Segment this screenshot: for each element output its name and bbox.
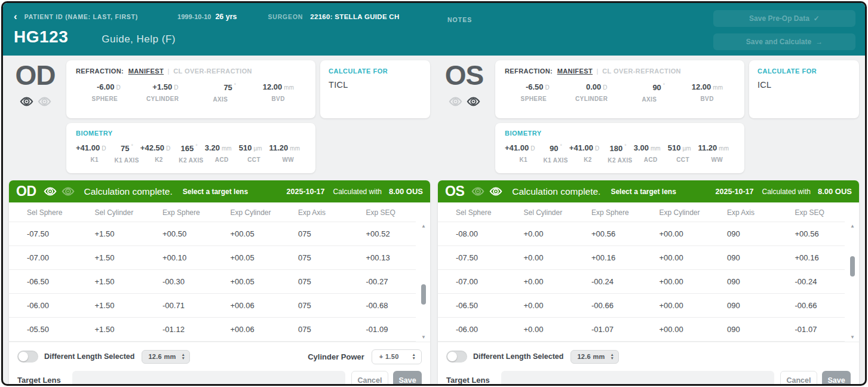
save-button[interactable]: Save bbox=[822, 371, 851, 386]
od-footer-controls: Different Length Selected 12.6 mm ▲ ▼ Cy… bbox=[9, 342, 430, 386]
od-result-eye-inactive-icon[interactable] bbox=[62, 187, 75, 196]
od-result-eye-active-icon[interactable] bbox=[44, 187, 57, 196]
target-lens-input[interactable] bbox=[72, 371, 345, 386]
col-exp-axis: Exp Axis bbox=[280, 202, 348, 222]
table-cell: -06.50 bbox=[438, 294, 506, 318]
os-eye-inactive-icon[interactable] bbox=[449, 97, 462, 106]
table-cell: 090 bbox=[709, 318, 777, 342]
col-exp-seq: Exp SEQ bbox=[777, 202, 845, 222]
save-and-calculate-button[interactable]: Save and Calculate → bbox=[713, 33, 855, 50]
table-cell: +00.00 bbox=[642, 318, 710, 342]
surgeon-value: 22160: STELLA GUIDE CH bbox=[310, 13, 399, 20]
table-cell: -07.00 bbox=[9, 246, 77, 270]
save-button[interactable]: Save bbox=[393, 371, 422, 386]
birth-date: 1999-10-10 bbox=[177, 13, 211, 20]
table-cell: +1.50 bbox=[77, 222, 145, 246]
table-row[interactable]: -06.00+0.00-01.07+00.00090-01.07 bbox=[438, 318, 845, 342]
table-cell: +00.50 bbox=[145, 222, 213, 246]
table-cell: +1.50 bbox=[77, 294, 145, 318]
table-cell: -07.50 bbox=[9, 222, 77, 246]
header-patient-block: ‹ PATIENT ID (NAME: LAST, FIRST) 1999-10… bbox=[14, 9, 426, 51]
table-cell: -00.66 bbox=[777, 294, 845, 318]
table-row[interactable]: -07.00+1.50+00.10+00.05075+00.13 bbox=[9, 246, 416, 270]
od-badge: OD bbox=[9, 60, 62, 173]
table-row[interactable]: -06.00+1.50-00.71+00.06075-00.68 bbox=[9, 294, 416, 318]
table-cell: +00.00 bbox=[642, 294, 710, 318]
main-content: OD REFRACTION: MANIFEST | CL OVER-REFRAC… bbox=[3, 56, 865, 386]
metric-acd: 3.20mmACD bbox=[205, 143, 239, 164]
stepper-down-icon[interactable]: ▼ bbox=[412, 357, 416, 361]
tab-manifest[interactable]: MANIFEST bbox=[557, 67, 593, 75]
table-row[interactable]: -06.50+0.00-00.66+00.00090-00.66 bbox=[438, 294, 845, 318]
table-cell: 075 bbox=[280, 222, 348, 246]
od-eye-active-icon[interactable] bbox=[20, 97, 33, 106]
os-result-eye-inactive-icon[interactable] bbox=[471, 187, 484, 196]
select-lens-hint: Select a target lens bbox=[611, 188, 676, 196]
od-section: OD REFRACTION: MANIFEST | CL OVER-REFRAC… bbox=[9, 60, 430, 386]
col-exp-axis: Exp Axis bbox=[709, 202, 777, 222]
table-row[interactable]: -05.50+1.50-01.12+00.06075-01.09 bbox=[9, 318, 416, 342]
tab-manifest[interactable]: MANIFEST bbox=[128, 67, 164, 75]
target-lens-input[interactable] bbox=[501, 371, 774, 386]
stepper-down-icon[interactable]: ▼ bbox=[611, 357, 614, 361]
scroll-thumb[interactable] bbox=[421, 284, 426, 305]
save-calculate-label: Save and Calculate bbox=[746, 38, 811, 46]
scroll-down-icon[interactable]: ▼ bbox=[848, 335, 857, 340]
table-row[interactable]: -08.00+0.00+00.56+00.00090+00.56 bbox=[438, 222, 845, 246]
tab-cl-over-refraction[interactable]: CL OVER-REFRACTION bbox=[173, 67, 252, 75]
metric-sphere: -6.50DSPHERE bbox=[505, 82, 563, 103]
metric-k1: +41.00DK1 bbox=[76, 143, 113, 164]
notes-section: NOTES bbox=[426, 9, 713, 51]
different-length-toggle[interactable] bbox=[17, 351, 38, 363]
metric-k2-axis: 180°K2 AXIS bbox=[606, 143, 634, 164]
calculator-version: 8.00 OUS bbox=[818, 187, 852, 196]
back-icon[interactable]: ‹ bbox=[14, 11, 17, 22]
scroll-up-icon[interactable]: ▲ bbox=[419, 224, 428, 229]
table-cell: +00.52 bbox=[348, 222, 416, 246]
table-header-row: Sel Sphere Sel Cylinder Exp Sphere Exp C… bbox=[438, 202, 845, 222]
save-preop-button[interactable]: Save Pre-Op Data ✓ bbox=[713, 10, 855, 27]
metric-sphere: -6.00DSPHERE bbox=[76, 82, 134, 103]
metric-cylinder: 0.00DCYLINDER bbox=[563, 82, 621, 103]
calculate-for-value: TICL bbox=[329, 80, 422, 90]
table-row[interactable]: -07.50+0.00+00.16+00.00090+00.16 bbox=[438, 246, 845, 270]
os-eye-active-icon[interactable] bbox=[467, 97, 480, 106]
calculate-for-value: ICL bbox=[757, 80, 851, 90]
calculator-version: 8.00 OUS bbox=[389, 187, 423, 196]
patient-id: HG123 bbox=[14, 27, 68, 47]
table-cell: +0.00 bbox=[506, 246, 574, 270]
od-results-panel: OD Calculation complete. Select a target… bbox=[9, 180, 430, 386]
length-stepper[interactable]: 12.6 mm ▲ ▼ bbox=[142, 350, 190, 364]
stepper-down-icon[interactable]: ▼ bbox=[182, 357, 185, 361]
length-value: 12.6 mm bbox=[148, 353, 176, 360]
different-length-toggle[interactable] bbox=[446, 351, 467, 363]
cancel-button[interactable]: Cancel bbox=[351, 371, 388, 386]
length-stepper[interactable]: 12.6 mm ▲ ▼ bbox=[571, 350, 619, 364]
scroll-up-icon[interactable]: ▲ bbox=[848, 224, 857, 229]
table-row[interactable]: -07.50+1.50+00.50+00.05075+00.52 bbox=[9, 222, 416, 246]
table-row[interactable]: -07.00+0.00-00.24+00.00090-00.24 bbox=[438, 270, 845, 294]
table-row[interactable]: -06.50+1.50-00.30+00.05075-00.27 bbox=[9, 270, 416, 294]
col-exp-seq: Exp SEQ bbox=[348, 202, 416, 222]
scroll-thumb[interactable] bbox=[850, 256, 855, 277]
table-cell: +00.10 bbox=[145, 246, 213, 270]
metric-bvd: 12.00mmBVD bbox=[678, 82, 736, 103]
metric-k1-axis: 75°K1 AXIS bbox=[113, 143, 140, 164]
table-cell: -06.00 bbox=[438, 318, 506, 342]
od-lens-table-wrap: Sel Sphere Sel Cylinder Exp Sphere Exp C… bbox=[9, 202, 430, 342]
cancel-button[interactable]: Cancel bbox=[780, 371, 817, 386]
different-length-label: Different Length Selected bbox=[473, 352, 563, 361]
refraction-title: REFRACTION: bbox=[505, 67, 553, 75]
os-result-eye-active-icon[interactable] bbox=[489, 187, 502, 196]
cylinder-power-stepper[interactable]: + 1.50 ▲ ▼ bbox=[372, 349, 422, 364]
od-scrollbar[interactable]: ▲ ▼ bbox=[419, 224, 428, 340]
os-scrollbar[interactable]: ▲ ▼ bbox=[848, 224, 857, 340]
scroll-down-icon[interactable]: ▼ bbox=[419, 335, 428, 340]
table-cell: +00.00 bbox=[642, 222, 710, 246]
tab-cl-over-refraction[interactable]: CL OVER-REFRACTION bbox=[602, 67, 681, 75]
table-cell: 075 bbox=[280, 246, 348, 270]
table-cell: +00.05 bbox=[213, 270, 281, 294]
od-eye-inactive-icon[interactable] bbox=[38, 97, 51, 106]
table-cell: 090 bbox=[709, 246, 777, 270]
table-cell: +00.16 bbox=[777, 246, 845, 270]
